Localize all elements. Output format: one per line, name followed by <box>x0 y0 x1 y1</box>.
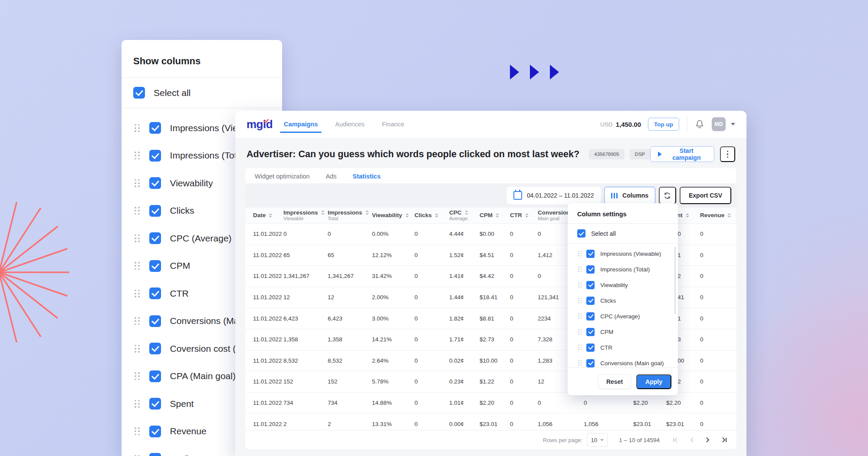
column-settings-dropdown: Column settings Select all Impressions (… <box>568 203 678 395</box>
table-header-impressions[interactable]: Impressions Viewable <box>283 209 328 222</box>
nav-item-finance[interactable]: Finance <box>382 121 404 128</box>
table-cell: 12 <box>283 294 328 301</box>
select-all-row[interactable]: Select all <box>122 78 282 108</box>
columns-button[interactable]: Columns <box>604 187 655 204</box>
tab-widget-optimization[interactable]: Widget optimization <box>255 168 310 185</box>
nav-item-campaigns[interactable]: Campaigns <box>284 121 318 128</box>
drag-handle-icon[interactable] <box>135 427 140 435</box>
tab-statistics[interactable]: Statistics <box>353 168 381 185</box>
starburst-decoration <box>0 198 72 349</box>
table-cell: 8,532 <box>283 357 328 364</box>
main-nav: CampaignsAudiencesFinance <box>284 111 404 138</box>
column-checkbox[interactable] <box>586 250 595 258</box>
drag-handle-icon[interactable] <box>578 251 582 257</box>
balance-currency: USD <box>600 121 613 128</box>
column-checkbox[interactable] <box>149 260 161 272</box>
nav-item-label: Finance <box>382 121 404 128</box>
previous-page-button[interactable] <box>690 437 694 443</box>
drag-handle-icon[interactable] <box>578 314 582 319</box>
reset-button[interactable]: Reset <box>598 374 631 389</box>
drag-handle-icon[interactable] <box>578 329 582 335</box>
drag-handle-icon[interactable] <box>135 152 140 159</box>
account-chevron-down-icon[interactable] <box>731 123 735 126</box>
table-header-cpc[interactable]: CPC Average <box>449 209 480 222</box>
drag-handle-icon[interactable] <box>135 345 140 353</box>
column-checkbox[interactable] <box>149 177 161 189</box>
export-csv-button[interactable]: Export CSV <box>680 187 731 204</box>
mgid-logo[interactable]: mgid <box>247 118 273 131</box>
user-avatar[interactable]: MD <box>712 117 726 131</box>
drag-handle-icon[interactable] <box>578 345 582 350</box>
drag-handle-icon[interactable] <box>135 372 140 380</box>
column-checkbox[interactable] <box>149 315 161 327</box>
dropdown-select-all-row[interactable]: Select all <box>568 224 678 243</box>
start-campaign-button[interactable]: Start campaign <box>650 146 714 162</box>
dropdown-scrollbar[interactable] <box>674 247 676 314</box>
table-header-date[interactable]: Date <box>253 212 283 219</box>
column-checkbox[interactable] <box>586 359 595 367</box>
next-page-button[interactable] <box>706 437 710 443</box>
first-page-button[interactable] <box>673 437 678 443</box>
drag-handle-icon[interactable] <box>135 290 140 297</box>
table-header-ctr[interactable]: CTR <box>510 212 538 219</box>
table-cell: 0 <box>328 231 372 237</box>
drag-handle-icon[interactable] <box>135 317 140 325</box>
drag-handle-icon[interactable] <box>135 235 140 242</box>
top-up-button[interactable]: Top up <box>648 118 679 131</box>
notifications-bell-icon[interactable] <box>695 119 704 129</box>
last-page-button[interactable] <box>721 437 727 443</box>
table-cell: 12 <box>328 294 372 301</box>
table-cell: 0 <box>510 294 538 301</box>
table-cell: 31.42% <box>372 273 414 279</box>
drag-handle-icon[interactable] <box>135 400 140 408</box>
nav-item-label: Audiences <box>335 121 365 128</box>
column-checkbox[interactable] <box>149 343 161 354</box>
column-checkbox[interactable] <box>149 453 161 456</box>
nav-item-audiences[interactable]: Audiences <box>335 121 365 128</box>
table-header-clicks[interactable]: Clicks <box>414 212 449 219</box>
column-checkbox[interactable] <box>149 232 161 244</box>
drag-handle-icon[interactable] <box>578 298 582 304</box>
drag-handle-icon[interactable] <box>578 282 582 288</box>
drag-handle-icon[interactable] <box>135 124 140 132</box>
table-cell: $2.73 <box>480 336 510 343</box>
table-header-viewability[interactable]: Viewability <box>372 212 414 219</box>
date-range-picker[interactable]: 04.01.2022 – 11.01.2022 <box>507 187 601 204</box>
drag-handle-icon[interactable] <box>135 207 140 215</box>
rows-per-page-select[interactable]: 10 <box>587 433 608 447</box>
column-checkbox[interactable] <box>149 205 161 217</box>
table-header-revenue[interactable]: Revenue <box>700 212 735 219</box>
date-range-value: 04.01.2022 – 11.01.2022 <box>527 192 594 199</box>
apply-button[interactable]: Apply <box>636 374 671 389</box>
table-cell: 11.01.2022 <box>253 273 283 279</box>
select-all-checkbox[interactable] <box>133 87 145 99</box>
column-checkbox[interactable] <box>586 265 595 274</box>
column-checkbox[interactable] <box>149 370 161 382</box>
calendar-icon <box>513 191 522 200</box>
tab-ads[interactable]: Ads <box>326 168 337 185</box>
refresh-button[interactable] <box>659 187 676 204</box>
app-header: mgid CampaignsAudiencesFinance USD 1,450… <box>235 111 746 138</box>
select-all-label: Select all <box>154 88 191 98</box>
column-checkbox[interactable] <box>149 150 161 162</box>
column-settings-item-impressions-viewable: Impressions (Viewable) <box>568 246 678 261</box>
column-settings-item-clicks: Clicks <box>568 293 678 308</box>
column-checkbox[interactable] <box>586 344 595 352</box>
drag-handle-icon[interactable] <box>135 179 140 187</box>
table-header-cpm[interactable]: CPM <box>480 212 510 219</box>
drag-handle-icon[interactable] <box>135 262 140 270</box>
column-checkbox[interactable] <box>149 287 161 299</box>
column-checkbox[interactable] <box>586 312 595 321</box>
column-checkbox[interactable] <box>586 281 595 289</box>
drag-handle-icon[interactable] <box>578 360 582 366</box>
more-actions-button[interactable] <box>720 146 735 162</box>
column-checkbox[interactable] <box>586 328 595 336</box>
column-checkbox[interactable] <box>149 426 161 437</box>
column-checkbox[interactable] <box>149 398 161 410</box>
table-header-impressions[interactable]: Impressions Total <box>328 209 372 222</box>
dropdown-select-all-checkbox[interactable] <box>577 229 585 238</box>
column-checkbox[interactable] <box>586 297 595 305</box>
sort-icon <box>727 213 731 218</box>
column-checkbox[interactable] <box>149 122 161 134</box>
drag-handle-icon[interactable] <box>578 267 582 272</box>
